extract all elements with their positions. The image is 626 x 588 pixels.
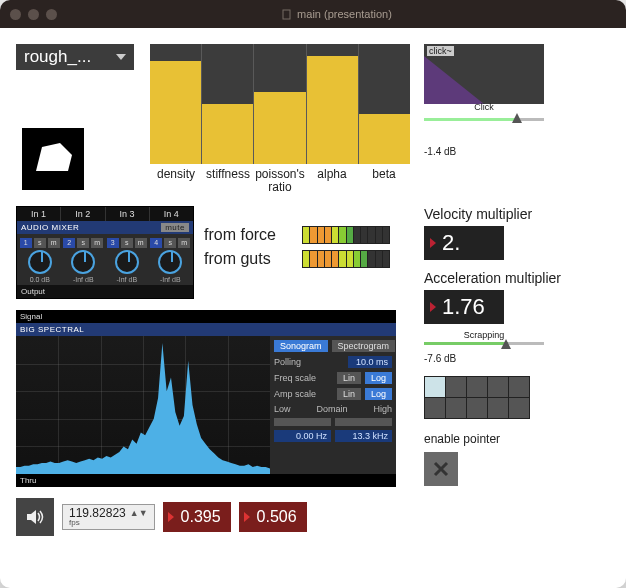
bar-poisson-s-ratio[interactable] (254, 92, 305, 164)
material-bars[interactable]: densitystiffnesspoisson's ratioalphabeta (150, 44, 410, 194)
zoom-icon[interactable] (46, 9, 57, 20)
mixer-tab[interactable]: In 1 (17, 207, 61, 221)
spectral-controls: Sonogram Spectrogram Polling 10.0 ms Fre… (270, 336, 396, 474)
spectral-title: BIG SPECTRAL (16, 323, 396, 336)
freq-log-button[interactable]: Log (365, 372, 392, 384)
meter-label: from guts (204, 250, 294, 268)
scrapping-slider[interactable]: Scrapping -7.6 dB (424, 330, 544, 364)
click-slider[interactable]: Click (424, 110, 544, 136)
grid-button[interactable] (446, 398, 466, 418)
mixer-tab[interactable]: In 2 (61, 207, 105, 221)
bottom-value-1[interactable]: 0.395 (163, 502, 231, 532)
gain-knob[interactable] (158, 250, 182, 274)
velocity-value[interactable]: 2. (424, 226, 504, 260)
grid-button[interactable] (509, 377, 529, 397)
bar-stiffness[interactable] (202, 104, 253, 164)
freq-scale-label: Freq scale (274, 373, 333, 383)
gain-knob[interactable] (115, 250, 139, 274)
amp-log-button[interactable]: Log (365, 388, 392, 400)
spectrum-shape (16, 336, 270, 474)
preset-dropdown[interactable]: rough_... (16, 44, 134, 70)
freq-max-value[interactable]: 13.3 kHz (335, 430, 392, 442)
spectral-thru-label: Thru (16, 474, 396, 487)
grid-button[interactable] (488, 377, 508, 397)
click-slider-label: Click (424, 102, 544, 112)
acceleration-value[interactable]: 1.76 (424, 290, 504, 324)
window-title: main (presentation) (297, 8, 392, 20)
speaker-toggle[interactable] (16, 498, 54, 536)
scrapping-thumb[interactable] (501, 339, 511, 349)
bar-label: density (150, 168, 202, 194)
meter-label: from force (204, 226, 294, 244)
object-shape-preview (22, 128, 84, 190)
scrapping-db-value: -7.6 dB (424, 353, 544, 364)
mixer-tab[interactable]: In 4 (150, 207, 193, 221)
x-icon (431, 459, 451, 479)
solo-button[interactable]: s (34, 238, 46, 248)
velocity-label: Velocity multiplier (424, 206, 532, 222)
minimize-icon[interactable] (28, 9, 39, 20)
level-meter (302, 250, 390, 268)
fps-stepper-icon[interactable]: ▲▼ (130, 509, 148, 518)
window-controls[interactable] (10, 9, 57, 20)
chevron-down-icon (116, 54, 126, 60)
grid-button[interactable] (509, 398, 529, 418)
velocity-multiplier-block: Velocity multiplier 2. (424, 206, 532, 260)
mixer-mute-button[interactable]: mute (161, 223, 189, 232)
bottom-value-2[interactable]: 0.506 (239, 502, 307, 532)
solo-button[interactable]: s (77, 238, 89, 248)
enable-pointer-block: enable pointer (424, 432, 500, 486)
amp-lin-button[interactable]: Lin (337, 388, 361, 400)
svg-rect-0 (283, 10, 290, 19)
spectrogram-tab[interactable]: Spectrogram (332, 340, 396, 352)
enable-pointer-label: enable pointer (424, 432, 500, 446)
domain-high-slider[interactable] (335, 418, 392, 426)
preset-grid[interactable] (424, 376, 530, 419)
grid-button[interactable] (467, 377, 487, 397)
click-module-name: click~ (427, 46, 454, 56)
click-graph[interactable]: click~ (424, 44, 544, 104)
gain-knob[interactable] (71, 250, 95, 274)
bar-label: beta (358, 168, 410, 194)
solo-button[interactable]: s (164, 238, 176, 248)
spectral-signal-label: Signal (16, 310, 396, 323)
bar-alpha[interactable] (307, 56, 358, 164)
domain-low-slider[interactable] (274, 418, 331, 426)
channel-db: -Inf dB (63, 276, 105, 283)
grid-button[interactable] (488, 398, 508, 418)
acceleration-label: Acceleration multiplier (424, 270, 561, 286)
document-icon (281, 9, 292, 20)
solo-button[interactable]: s (121, 238, 133, 248)
bar-label: poisson's ratio (254, 168, 306, 194)
fps-display[interactable]: 119.82823 ▲▼ fps (62, 504, 155, 530)
mute-button[interactable]: m (91, 238, 103, 248)
grid-button[interactable] (425, 377, 445, 397)
speaker-icon (24, 506, 46, 528)
channel-num[interactable]: 4 (150, 238, 162, 248)
enable-pointer-toggle[interactable] (424, 452, 458, 486)
gain-knob[interactable] (28, 250, 52, 274)
grid-button[interactable] (467, 398, 487, 418)
channel-num[interactable]: 2 (63, 238, 75, 248)
bar-beta[interactable] (359, 114, 410, 164)
sonogram-tab[interactable]: Sonogram (274, 340, 328, 352)
channel-num[interactable]: 3 (107, 238, 119, 248)
bar-label: stiffness (202, 168, 254, 194)
big-spectral: Signal BIG SPECTRAL Sonogram Spectrogram… (16, 310, 396, 486)
bottom-bar: 119.82823 ▲▼ fps 0.395 0.506 (16, 498, 307, 536)
mixer-tab[interactable]: In 3 (106, 207, 150, 221)
channel-num[interactable]: 1 (20, 238, 32, 248)
close-icon[interactable] (10, 9, 21, 20)
mute-button[interactable]: m (48, 238, 60, 248)
mute-button[interactable]: m (178, 238, 190, 248)
grid-button[interactable] (446, 377, 466, 397)
freq-min-value[interactable]: 0.00 Hz (274, 430, 331, 442)
domain-high-label: High (373, 404, 392, 414)
spectral-plot[interactable] (16, 336, 270, 474)
polling-value[interactable]: 10.0 ms (348, 356, 392, 368)
bar-density[interactable] (150, 61, 201, 164)
mute-button[interactable]: m (135, 238, 147, 248)
freq-lin-button[interactable]: Lin (337, 372, 361, 384)
click-slider-thumb[interactable] (512, 113, 522, 123)
grid-button[interactable] (425, 398, 445, 418)
